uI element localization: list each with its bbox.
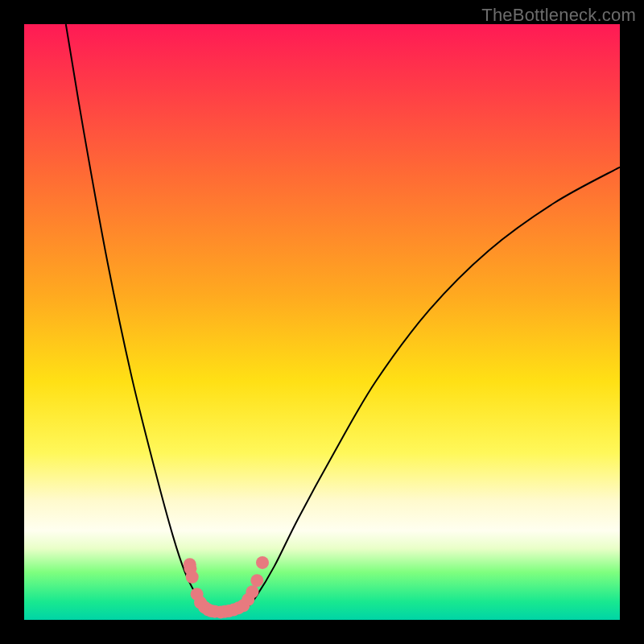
- chart-frame: TheBottleneck.com: [0, 0, 644, 644]
- marker-dot: [250, 574, 263, 587]
- marker-dot: [186, 571, 199, 584]
- marker-dot: [256, 556, 269, 569]
- chart-svg: [24, 24, 620, 620]
- left-curve: [66, 24, 209, 611]
- plot-area: [24, 24, 620, 620]
- marker-dot: [246, 585, 258, 598]
- watermark-text: TheBottleneck.com: [481, 5, 636, 26]
- right-curve: [245, 167, 620, 611]
- right-marker-cluster: [214, 556, 269, 618]
